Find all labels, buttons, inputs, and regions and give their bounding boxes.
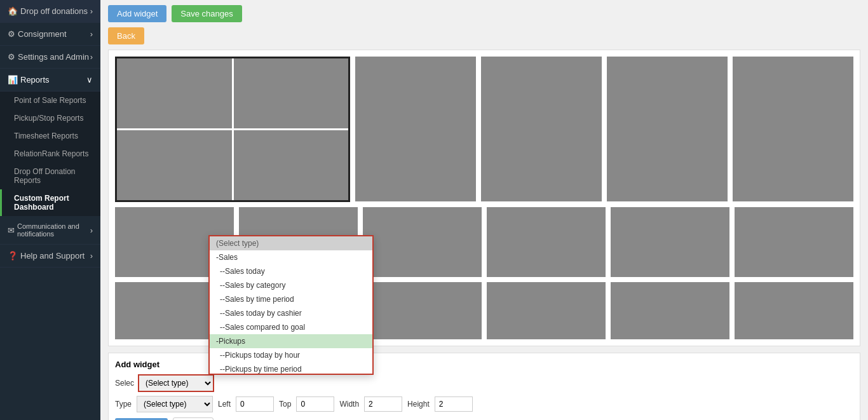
chevron-icon-consignment: › — [90, 29, 93, 39]
sidebar-sub-dropoff[interactable]: Drop Off Donation Reports — [0, 163, 100, 189]
help-icon: ❓ — [8, 251, 18, 261]
sidebar-sub-custom[interactable]: Custom Report Dashboard — [0, 189, 100, 216]
widget-cell-tl — [117, 58, 232, 128]
sidebar-sub-pickup[interactable]: Pickup/Stop Reports — [0, 109, 100, 127]
grid-cell-r2c6 — [735, 207, 853, 277]
consignment-icon: ⚙ — [8, 29, 15, 39]
settings-icon: ⚙ — [8, 52, 15, 62]
grid-cell-r1c5 — [607, 57, 728, 201]
form-row-fields: Type (Select type) Left Top Width Height — [115, 396, 853, 412]
sidebar-sub-timesheet[interactable]: Timesheet Reports — [0, 127, 100, 145]
sidebar-item-consignment-label: Consignment — [18, 29, 90, 39]
left-input[interactable] — [236, 396, 274, 412]
dropdown-item-sales-cashier[interactable]: --Sales today by cashier — [210, 306, 372, 320]
top-buttons: Add widget Save changes — [108, 5, 860, 22]
chevron-icon: › — [90, 6, 93, 16]
width-input[interactable] — [364, 396, 402, 412]
sidebar-item-drop-off-label: Drop off donations — [20, 6, 90, 16]
add-widget-button-top[interactable]: Add widget — [108, 5, 166, 22]
type-label: Type — [115, 400, 132, 409]
dropdown-item-sales-category[interactable]: --Sales by category — [210, 278, 372, 292]
grid-cell-r1c4 — [481, 57, 602, 201]
grid-cell-r3c4 — [487, 282, 606, 339]
top-label: Top — [279, 400, 291, 409]
dropdown-item-header[interactable]: (Select type) — [210, 236, 372, 250]
grid-cell-r3c3 — [363, 282, 482, 339]
widget-cell-tr — [234, 58, 349, 128]
height-input[interactable] — [435, 396, 473, 412]
sidebar: 🏠 Drop off donations › ⚙ Consignment › ⚙… — [0, 0, 100, 420]
grid-cell-r2c5 — [611, 207, 729, 277]
dropdown-item-sales[interactable]: -Sales — [210, 250, 372, 264]
chevron-icon-reports: ∨ — [86, 75, 93, 85]
grid-cell-r1c3 — [355, 57, 476, 201]
dropdown-item-sales-goal[interactable]: --Sales compared to goal — [210, 320, 372, 334]
main-content: Add widget Save changes Back — [100, 0, 868, 420]
dropdown-item-sales-time[interactable]: --Sales by time period — [210, 292, 372, 306]
type-select-bottom[interactable]: (Select type) — [137, 396, 213, 412]
chevron-icon-settings: › — [90, 52, 93, 62]
sidebar-item-settings-label: Settings and Admin — [18, 52, 90, 62]
chevron-icon-help: › — [90, 251, 93, 261]
grid-cell-r2c3 — [363, 207, 482, 277]
chevron-icon-comm: › — [90, 226, 93, 235]
drop-off-icon: 🏠 — [8, 6, 18, 16]
left-label: Left — [218, 400, 231, 409]
dropdown-item-sales-today[interactable]: --Sales today — [210, 264, 372, 278]
sidebar-item-help[interactable]: ❓ Help and Support › — [0, 245, 100, 268]
selected-widget[interactable] — [115, 57, 350, 202]
form-buttons-row: Add widget Cancel — [115, 417, 853, 420]
dropdown-item-pickups[interactable]: -Pickups — [210, 334, 372, 348]
type-dropdown-overlay: (Select type) -Sales --Sales today --Sal… — [208, 235, 374, 375]
height-label: Height — [407, 400, 430, 409]
reports-submenu: Point of Sale Reports Pickup/Stop Report… — [0, 91, 100, 216]
dropdown-item-pickups-hour[interactable]: --Pickups today by hour — [210, 348, 372, 362]
sidebar-item-help-label: Help and Support — [20, 251, 90, 261]
back-button[interactable]: Back — [108, 27, 144, 44]
sidebar-item-reports-label: Reports — [20, 75, 86, 85]
comm-icon: ✉ — [8, 226, 15, 235]
grid-cell-r2c4 — [487, 207, 606, 277]
grid-cell-r1c6 — [733, 57, 853, 201]
sidebar-item-drop-off[interactable]: 🏠 Drop off donations › — [0, 0, 100, 23]
sidebar-item-communication[interactable]: ✉ Communication and notifications › — [0, 216, 100, 245]
reports-icon: 📊 — [8, 75, 18, 85]
sidebar-item-comm-label: Communication and notifications — [17, 222, 90, 238]
select-type-label: Selec — [115, 379, 134, 388]
widget-cell-br — [234, 130, 349, 200]
sidebar-sub-pos[interactable]: Point of Sale Reports — [0, 91, 100, 109]
dropdown-item-pickups-time[interactable]: --Pickups by time period — [210, 362, 372, 375]
sidebar-item-consignment[interactable]: ⚙ Consignment › — [0, 23, 100, 46]
width-label: Width — [339, 400, 359, 409]
top-input[interactable] — [296, 396, 334, 412]
cancel-button[interactable]: Cancel — [173, 417, 213, 420]
grid-cell-r3c5 — [611, 282, 729, 339]
sidebar-item-reports[interactable]: 📊 Reports ∨ — [0, 69, 100, 91]
grid-cell-r3c6 — [735, 282, 853, 339]
sidebar-item-settings[interactable]: ⚙ Settings and Admin › — [0, 46, 100, 69]
type-select[interactable]: (Select type) — [138, 374, 214, 392]
sidebar-sub-relation[interactable]: RelationRank Reports — [0, 145, 100, 163]
save-changes-button[interactable]: Save changes — [172, 5, 241, 22]
widget-cell-bl — [117, 130, 232, 200]
